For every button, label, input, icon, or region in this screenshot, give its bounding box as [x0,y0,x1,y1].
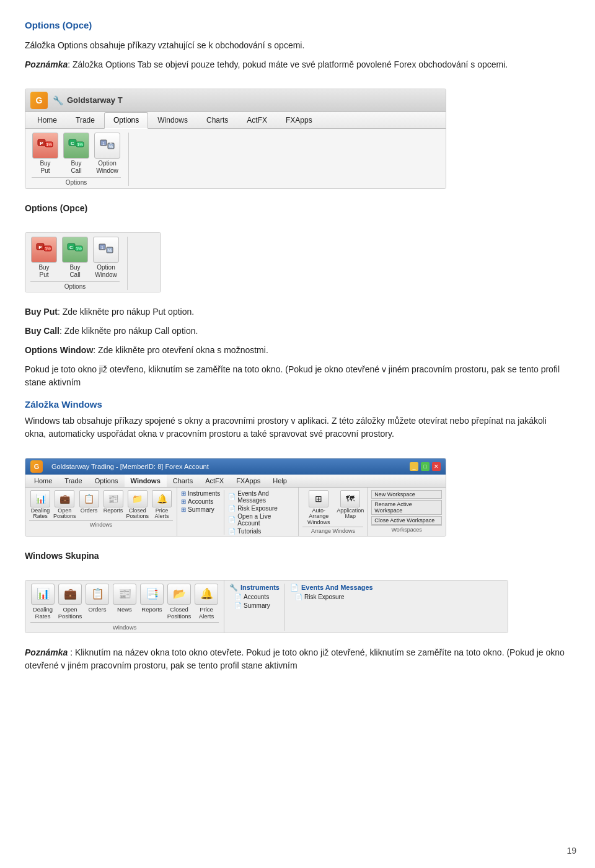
events-icon: 📄 [228,493,236,500]
ws-dealing-rates-btn[interactable]: 📊 DealingRates [29,490,51,520]
ws-nav-fxapps[interactable]: FXApps [230,475,267,487]
ws-price-alerts-btn[interactable]: 🔔 PriceAlerts [151,490,173,520]
ws-nav-options[interactable]: Options [89,475,125,487]
minimize-btn[interactable]: _ [410,462,418,471]
wsk-reports-icon: 📑 [140,584,164,605]
ws-closed-btn[interactable]: 📁 ClosedPositions [126,490,149,520]
ws-app-map-icon: 🗺 [340,490,360,507]
ribbon-buttons-closeup: P 1½ BuyPut C 1½ [30,237,120,279]
ws-accounts-item[interactable]: ⊞ Accounts [181,498,220,505]
wsk-dealing-btn[interactable]: 📊 DealingRates [30,584,55,620]
ws-events-item[interactable]: 📄 Events And Messages [228,490,294,504]
wsk-risk-item[interactable]: 📄 Risk Exposure [295,594,373,600]
ws-app-map-btn[interactable]: 🗺 ApplicationMap [337,490,363,527]
wsk-alerts-lbl: PriceAlerts [199,606,214,620]
svg-text:1: 1 [101,245,104,250]
ws-left-buttons: 📊 DealingRates 💼 OpenPositions 📋 Orders … [29,490,173,520]
buy-call-icon: C 1½ [63,133,89,159]
screenshot-windows-ribbon: G Goldstarway Trading - [MemberID: 8] Fo… [25,458,446,537]
ws-positions-icon: 💼 [55,490,74,507]
ws-auto-arrange-btn[interactable]: ⊞ Auto-ArrangeWindows [302,490,335,527]
ws-new-workspace-btn[interactable]: New Workspace [371,490,442,499]
nav-options[interactable]: Options [104,112,148,129]
ws-summary-item[interactable]: ⊞ Summary [181,506,220,513]
ws-orders-icon: 📋 [79,490,99,507]
buy-put-desc: Buy Put: Zde klikněte pro nákup Put opti… [25,305,570,318]
page-title: Options (Opce) [25,20,92,30]
ws-nav-home[interactable]: Home [28,475,58,487]
ws-left-group-label: Windows [29,520,173,528]
wsk-alerts-btn[interactable]: 🔔 PriceAlerts [194,584,219,620]
ws-orders-btn[interactable]: 📋 Orders [78,490,100,520]
wsk-closed-btn[interactable]: 📂 ClosedPositions [167,584,192,620]
ws-alerts-icon: 🔔 [152,490,172,507]
buy-put-lbl2: BuyPut [38,264,49,279]
ws-close-workspace-btn[interactable]: Close Active Workspace [371,516,442,525]
wsk-summary-item[interactable]: 📄 Summary [234,602,280,609]
ribbon-group-lbl2: Options [30,281,120,290]
buy-put-button[interactable]: P 1½ BuyPut [32,133,59,175]
ws-reports-btn[interactable]: 📰 Reports [102,490,125,520]
ws-controls[interactable]: _ □ ✕ [410,462,441,471]
events-label: Events And Messages [237,490,294,504]
ws-risk-item[interactable]: 📄 Risk Exposure [228,505,294,512]
ws-arrange-group-lbl: Arrange Windows [302,527,363,534]
wsk-reports-btn[interactable]: 📑 Reports [139,584,164,620]
svg-text:1½: 1½ [77,142,83,147]
summary-label: Summary [188,506,214,513]
maximize-btn[interactable]: □ [421,462,430,471]
nav-charts[interactable]: Charts [197,112,237,128]
wsk-news-btn[interactable]: 📰 News [112,584,137,620]
wsk-positions-btn[interactable]: 💼 OpenPositions [58,584,82,620]
wsk-orders-btn[interactable]: 📋 Orders [85,584,110,620]
wsk-positions-icon: 💼 [58,584,82,605]
nav-windows[interactable]: Windows [148,112,197,128]
optwin-svg: 1 ½ 2 [99,137,116,154]
wsk-accounts-item[interactable]: 📄 Accounts [234,594,280,600]
buy-put-btn2[interactable]: P 1½ BuyPut [30,237,58,279]
ws-nav-trade[interactable]: Trade [58,475,88,487]
ws-nav-actfx[interactable]: ActFX [199,475,230,487]
nav-fxapps[interactable]: FXApps [276,112,322,128]
option-window-btn2[interactable]: 1 ½ OptionWindow [92,237,120,279]
ws-rename-workspace-btn[interactable]: Rename Active Workspace [371,500,442,515]
buy-put-icon: P 1½ [32,133,58,159]
ws-dealing-icon: 📊 [30,490,50,507]
live-label: Open a Live Account [237,513,294,527]
nav-trade[interactable]: Trade [66,112,104,128]
svg-text:1: 1 [102,141,105,146]
note-paragraph: Poznámka: Záložka Options Tab se objeví … [25,58,570,71]
ws-workspace-buttons: New Workspace Rename Active Workspace Cl… [371,490,442,525]
option-window-label: OptionWindow [96,160,118,175]
nav-home[interactable]: Home [28,112,66,128]
accounts-name: Accounts [244,594,269,600]
ws-orders-lbl: Orders [81,508,98,514]
ws-title: Goldstarway Trading - [MemberID: 8] Fore… [51,463,209,470]
note-text: : Záložka Options Tab se objeví pouze te… [68,59,508,69]
ws-arrange-buttons: ⊞ Auto-ArrangeWindows 🗺 ApplicationMap [302,490,363,527]
option-window-lbl2: OptionWindow [95,264,117,279]
ws-instruments-item[interactable]: ⊞ Instruments [181,490,220,497]
ws-header: G Goldstarway Trading - [MemberID: 8] Fo… [25,458,446,475]
ribbon: P 1½ BuyPut C 1½ [25,129,446,188]
ws-nav-help[interactable]: Help [267,475,293,487]
ws-live-item[interactable]: 📄 Open a Live Account [228,513,294,527]
ws-nav-charts[interactable]: Charts [167,475,199,487]
buy-call-button[interactable]: C 1½ BuyCall [63,133,90,175]
instruments-big-icon: 🔧 [229,584,238,592]
nav-menu: Home Trade Options Windows Charts ActFX … [25,112,446,129]
ws-open-positions-btn[interactable]: 💼 OpenPositions [53,490,76,520]
buy-call-btn2[interactable]: C 1½ BuyCall [61,237,89,279]
nav-actfx[interactable]: ActFX [237,112,276,128]
svg-text:C: C [69,245,73,250]
windows-skupina-label: Windows Skupina [25,551,99,561]
ws-reports-lbl: Reports [104,508,123,514]
ws-tutorials-item[interactable]: 📄 Tutorials [228,528,294,535]
option-window-button[interactable]: 1 ½ 2 OptionWindow [94,133,121,175]
ws-nav-windows[interactable]: Windows [125,475,167,487]
accounts-icon: ⊞ [181,498,186,505]
ws-dealing-lbl: DealingRates [31,508,50,520]
wsk-instruments-header: 🔧 Instruments [229,584,280,592]
risk-label: Risk Exposure [237,505,277,512]
close-btn[interactable]: ✕ [432,462,441,471]
